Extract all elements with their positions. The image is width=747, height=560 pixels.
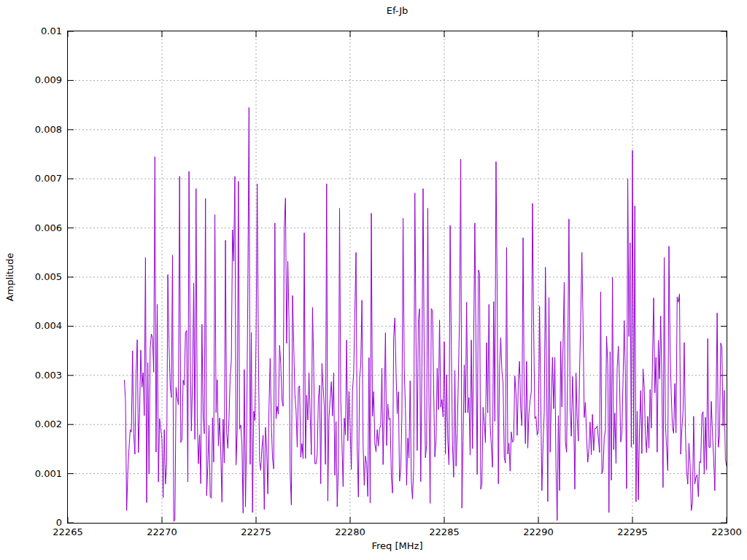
x-tick-label: 22290	[523, 526, 553, 537]
plot-area	[67, 31, 727, 524]
x-tick-label: 22280	[335, 526, 365, 537]
x-tick-label: 22275	[241, 526, 271, 537]
y-tick-label: 0.004	[0, 320, 62, 331]
y-tick-label: 0.009	[0, 74, 62, 85]
plot-canvas	[68, 31, 727, 523]
y-tick-label: 0.01	[0, 26, 62, 36]
x-tick-label: 22285	[429, 526, 459, 537]
x-axis-label: Freq [MHz]	[67, 540, 727, 551]
y-tick-label: 0.003	[0, 370, 62, 381]
y-tick-label: 0.006	[0, 222, 62, 233]
x-tick-label: 22265	[53, 526, 82, 537]
x-tick-label: 22300	[711, 526, 741, 537]
y-tick-label: 0.002	[0, 419, 62, 429]
y-tick-label: 0.007	[0, 173, 62, 184]
chart-figure: Ef-Jb Amplitude Freq [MHz] 2226522270222…	[0, 0, 747, 560]
y-tick-label: 0.005	[0, 271, 62, 282]
y-tick-label: 0.001	[0, 468, 62, 479]
y-tick-label: 0	[0, 517, 62, 528]
x-tick-label: 22295	[617, 526, 647, 537]
chart-title: Ef-Jb	[67, 5, 727, 16]
data-series	[124, 107, 727, 521]
x-tick-label: 22270	[147, 526, 177, 537]
y-tick-label: 0.008	[0, 124, 62, 135]
